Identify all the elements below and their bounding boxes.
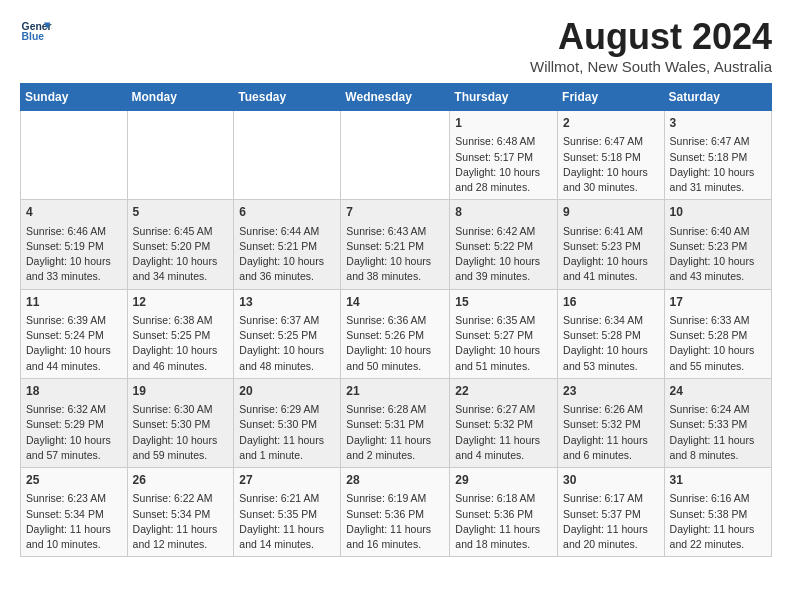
calendar-cell: 21Sunrise: 6:28 AMSunset: 5:31 PMDayligh… (341, 378, 450, 467)
calendar-cell: 29Sunrise: 6:18 AMSunset: 5:36 PMDayligh… (450, 468, 558, 557)
subtitle: Willmot, New South Wales, Australia (530, 58, 772, 75)
date-number: 29 (455, 472, 552, 489)
calendar-table: SundayMondayTuesdayWednesdayThursdayFrid… (20, 83, 772, 557)
calendar-cell: 19Sunrise: 6:30 AMSunset: 5:30 PMDayligh… (127, 378, 234, 467)
date-number: 1 (455, 115, 552, 132)
calendar-body: 1Sunrise: 6:48 AMSunset: 5:17 PMDaylight… (21, 111, 772, 557)
calendar-cell (341, 111, 450, 200)
calendar-cell: 1Sunrise: 6:48 AMSunset: 5:17 PMDaylight… (450, 111, 558, 200)
calendar-header-row: SundayMondayTuesdayWednesdayThursdayFrid… (21, 84, 772, 111)
calendar-cell: 8Sunrise: 6:42 AMSunset: 5:22 PMDaylight… (450, 200, 558, 289)
calendar-cell: 27Sunrise: 6:21 AMSunset: 5:35 PMDayligh… (234, 468, 341, 557)
calendar-cell: 30Sunrise: 6:17 AMSunset: 5:37 PMDayligh… (558, 468, 665, 557)
calendar-cell (127, 111, 234, 200)
calendar-cell: 20Sunrise: 6:29 AMSunset: 5:30 PMDayligh… (234, 378, 341, 467)
date-number: 20 (239, 383, 335, 400)
calendar-cell: 23Sunrise: 6:26 AMSunset: 5:32 PMDayligh… (558, 378, 665, 467)
day-header-saturday: Saturday (664, 84, 771, 111)
day-header-monday: Monday (127, 84, 234, 111)
calendar-cell (234, 111, 341, 200)
day-header-friday: Friday (558, 84, 665, 111)
calendar-cell: 6Sunrise: 6:44 AMSunset: 5:21 PMDaylight… (234, 200, 341, 289)
calendar-cell: 2Sunrise: 6:47 AMSunset: 5:18 PMDaylight… (558, 111, 665, 200)
logo-icon: General Blue (20, 16, 52, 48)
date-number: 13 (239, 294, 335, 311)
date-number: 17 (670, 294, 766, 311)
calendar-cell: 15Sunrise: 6:35 AMSunset: 5:27 PMDayligh… (450, 289, 558, 378)
date-number: 25 (26, 472, 122, 489)
date-number: 3 (670, 115, 766, 132)
calendar-cell: 26Sunrise: 6:22 AMSunset: 5:34 PMDayligh… (127, 468, 234, 557)
calendar-cell: 12Sunrise: 6:38 AMSunset: 5:25 PMDayligh… (127, 289, 234, 378)
calendar-week-5: 25Sunrise: 6:23 AMSunset: 5:34 PMDayligh… (21, 468, 772, 557)
date-number: 24 (670, 383, 766, 400)
calendar-cell: 14Sunrise: 6:36 AMSunset: 5:26 PMDayligh… (341, 289, 450, 378)
date-number: 5 (133, 204, 229, 221)
day-header-sunday: Sunday (21, 84, 128, 111)
date-number: 15 (455, 294, 552, 311)
date-number: 7 (346, 204, 444, 221)
date-number: 22 (455, 383, 552, 400)
date-number: 8 (455, 204, 552, 221)
date-number: 9 (563, 204, 659, 221)
date-number: 23 (563, 383, 659, 400)
calendar-week-1: 1Sunrise: 6:48 AMSunset: 5:17 PMDaylight… (21, 111, 772, 200)
calendar-cell: 5Sunrise: 6:45 AMSunset: 5:20 PMDaylight… (127, 200, 234, 289)
date-number: 16 (563, 294, 659, 311)
svg-text:Blue: Blue (22, 31, 45, 42)
calendar-cell: 28Sunrise: 6:19 AMSunset: 5:36 PMDayligh… (341, 468, 450, 557)
calendar-cell: 4Sunrise: 6:46 AMSunset: 5:19 PMDaylight… (21, 200, 128, 289)
calendar-cell: 31Sunrise: 6:16 AMSunset: 5:38 PMDayligh… (664, 468, 771, 557)
calendar-cell: 3Sunrise: 6:47 AMSunset: 5:18 PMDaylight… (664, 111, 771, 200)
date-number: 19 (133, 383, 229, 400)
date-number: 12 (133, 294, 229, 311)
calendar-cell: 13Sunrise: 6:37 AMSunset: 5:25 PMDayligh… (234, 289, 341, 378)
date-number: 31 (670, 472, 766, 489)
title-area: August 2024 Willmot, New South Wales, Au… (530, 16, 772, 75)
calendar-cell: 16Sunrise: 6:34 AMSunset: 5:28 PMDayligh… (558, 289, 665, 378)
calendar-week-4: 18Sunrise: 6:32 AMSunset: 5:29 PMDayligh… (21, 378, 772, 467)
date-number: 10 (670, 204, 766, 221)
date-number: 28 (346, 472, 444, 489)
header: General Blue August 2024 Willmot, New So… (20, 16, 772, 75)
calendar-cell: 9Sunrise: 6:41 AMSunset: 5:23 PMDaylight… (558, 200, 665, 289)
date-number: 14 (346, 294, 444, 311)
main-title: August 2024 (530, 16, 772, 58)
date-number: 18 (26, 383, 122, 400)
date-number: 11 (26, 294, 122, 311)
date-number: 4 (26, 204, 122, 221)
day-header-thursday: Thursday (450, 84, 558, 111)
date-number: 26 (133, 472, 229, 489)
calendar-week-3: 11Sunrise: 6:39 AMSunset: 5:24 PMDayligh… (21, 289, 772, 378)
day-header-tuesday: Tuesday (234, 84, 341, 111)
calendar-week-2: 4Sunrise: 6:46 AMSunset: 5:19 PMDaylight… (21, 200, 772, 289)
logo: General Blue (20, 16, 52, 48)
calendar-cell: 24Sunrise: 6:24 AMSunset: 5:33 PMDayligh… (664, 378, 771, 467)
calendar-cell: 10Sunrise: 6:40 AMSunset: 5:23 PMDayligh… (664, 200, 771, 289)
calendar-cell: 7Sunrise: 6:43 AMSunset: 5:21 PMDaylight… (341, 200, 450, 289)
date-number: 21 (346, 383, 444, 400)
calendar-cell: 25Sunrise: 6:23 AMSunset: 5:34 PMDayligh… (21, 468, 128, 557)
date-number: 2 (563, 115, 659, 132)
date-number: 6 (239, 204, 335, 221)
date-number: 30 (563, 472, 659, 489)
calendar-cell (21, 111, 128, 200)
calendar-cell: 22Sunrise: 6:27 AMSunset: 5:32 PMDayligh… (450, 378, 558, 467)
calendar-cell: 17Sunrise: 6:33 AMSunset: 5:28 PMDayligh… (664, 289, 771, 378)
date-number: 27 (239, 472, 335, 489)
calendar-cell: 11Sunrise: 6:39 AMSunset: 5:24 PMDayligh… (21, 289, 128, 378)
calendar-cell: 18Sunrise: 6:32 AMSunset: 5:29 PMDayligh… (21, 378, 128, 467)
day-header-wednesday: Wednesday (341, 84, 450, 111)
